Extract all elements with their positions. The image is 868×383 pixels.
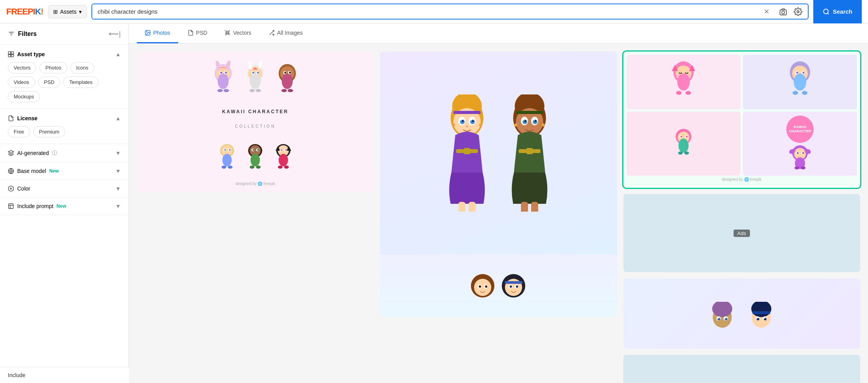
sidebar-header: Filters ⟵|	[0, 23, 129, 45]
kawaii-pink-girl	[668, 59, 699, 105]
main-layout: Filters ⟵| Asset type ▲ Vectors Photos I…	[0, 23, 868, 383]
ai-info-icon: ⓘ	[52, 150, 57, 157]
assets-dropdown[interactable]: ⊞ Assets ▾	[48, 5, 87, 18]
ads-badge-1: Ads	[734, 230, 750, 237]
svg-point-186	[725, 317, 726, 319]
sidebar: Filters ⟵| Asset type ▲ Vectors Photos I…	[0, 23, 129, 383]
kawaii-purple-girl-small	[788, 144, 812, 172]
kawaii-purple-boy	[784, 59, 816, 105]
base-model-chevron: ▼	[115, 168, 121, 174]
svg-point-166	[678, 151, 683, 155]
kawaii-grid: KAWAIICHARACTER	[626, 55, 857, 176]
gallery-item-3[interactable]: KAWAIICHARACTER	[623, 52, 860, 188]
svg-point-81	[278, 166, 283, 169]
chip-photos[interactable]: Photos	[39, 62, 67, 73]
gallery-item-1[interactable]: KAWAII CHARACTER COLLECTION	[137, 52, 374, 192]
asset-type-chevron: ▲	[115, 51, 121, 57]
chip-vectors[interactable]: Vectors	[8, 62, 36, 73]
chip-videos[interactable]: Videos	[8, 77, 35, 88]
tab-vectors-label: Vectors	[233, 30, 251, 36]
chip-psd[interactable]: PSD	[38, 77, 61, 88]
settings-icon[interactable]	[791, 5, 805, 18]
asset-type-section: Asset type ▲ Vectors Photos Icons Videos…	[0, 45, 129, 109]
search-input[interactable]	[92, 4, 760, 19]
kawaii-pink-pair	[672, 128, 695, 159]
freepik-logo: FREEPIK!	[6, 7, 43, 17]
base-model-section[interactable]: Base model New ▼	[0, 162, 129, 180]
gallery-item-2[interactable]: ★ ★	[380, 52, 617, 317]
svg-rect-15	[9, 204, 13, 208]
svg-point-175	[802, 152, 804, 154]
svg-point-59	[229, 149, 231, 151]
svg-rect-86	[453, 111, 481, 114]
kawaii-cell-4: KAWAIICHARACTER	[743, 112, 857, 176]
search-button[interactable]: Search	[813, 0, 862, 23]
svg-rect-123	[531, 202, 538, 212]
svg-point-1	[782, 11, 784, 14]
asset-type-header[interactable]: Asset type ▲	[8, 51, 121, 57]
chip-icons[interactable]: Icons	[70, 62, 94, 73]
svg-rect-189	[752, 311, 770, 314]
svg-rect-122	[521, 202, 528, 212]
kawaii-grid-card: KAWAIICHARACTER	[623, 52, 860, 188]
collapse-sidebar-button[interactable]: ⟵|	[109, 30, 121, 38]
license-header[interactable]: License ▲	[8, 115, 121, 121]
svg-point-71	[256, 166, 261, 169]
color-section[interactable]: Color ▼	[0, 180, 129, 198]
kawaii-subtitle: COLLECTION	[235, 124, 276, 128]
gallery-item-6[interactable]: Ads	[623, 355, 860, 383]
kawaii-cell-1	[626, 55, 741, 109]
faces-bottom-card	[623, 278, 860, 349]
chip-mockups[interactable]: Mockups	[8, 91, 40, 102]
chibi-row-top	[209, 61, 301, 96]
tall-chars: ★ ★	[440, 94, 557, 212]
svg-rect-100	[458, 202, 465, 212]
camera-search-icon[interactable]	[777, 5, 790, 18]
svg-point-148	[676, 91, 682, 95]
chevron-down-icon: ▾	[79, 9, 82, 15]
svg-point-93	[461, 119, 462, 121]
svg-point-96	[479, 123, 482, 126]
clear-icon[interactable]: ✕	[760, 7, 773, 16]
svg-point-149	[685, 91, 691, 95]
svg-point-117	[534, 119, 535, 121]
tab-psd[interactable]: PSD	[180, 23, 215, 43]
svg-point-95	[452, 123, 455, 126]
svg-point-31	[217, 89, 223, 92]
logo-text-k: K	[35, 7, 41, 16]
svg-point-43	[256, 89, 261, 92]
svg-point-80	[279, 154, 288, 166]
svg-point-91	[462, 120, 464, 122]
svg-point-147	[677, 73, 690, 91]
chip-premium[interactable]: Premium	[33, 126, 65, 137]
svg-point-158	[802, 91, 807, 95]
tab-vectors[interactable]: Vectors	[217, 23, 259, 43]
svg-point-19	[147, 32, 147, 32]
freepik-watermark-3: designed by 🌐 freepik	[626, 176, 857, 185]
chip-templates[interactable]: Templates	[63, 77, 98, 88]
svg-rect-8	[8, 52, 11, 54]
svg-rect-99	[464, 148, 470, 154]
svg-point-58	[224, 149, 226, 151]
svg-point-28	[225, 72, 227, 74]
svg-point-39	[257, 72, 259, 74]
chip-free[interactable]: Free	[8, 126, 30, 137]
ai-generated-title: AI-generated	[17, 150, 49, 156]
include-label: Include	[8, 372, 25, 378]
svg-point-119	[542, 123, 545, 126]
svg-point-82	[284, 166, 289, 169]
gallery-item-5[interactable]	[623, 278, 860, 349]
tab-photos[interactable]: Photos	[137, 23, 178, 43]
gallery: KAWAII CHARACTER COLLECTION	[129, 44, 868, 383]
svg-rect-10	[8, 55, 11, 57]
svg-rect-136	[505, 281, 523, 284]
faces-row	[380, 255, 617, 317]
ai-generated-section[interactable]: AI-generated ⓘ ▼	[0, 144, 129, 162]
svg-point-38	[252, 72, 254, 74]
include-prompt-section[interactable]: Include prompt New ▼	[0, 198, 129, 215]
chibi-char-2	[242, 61, 269, 96]
face-1	[470, 273, 496, 299]
tab-all-images[interactable]: All Images	[261, 23, 310, 43]
svg-point-194	[757, 317, 758, 319]
gallery-item-4[interactable]: Ads	[623, 194, 860, 272]
